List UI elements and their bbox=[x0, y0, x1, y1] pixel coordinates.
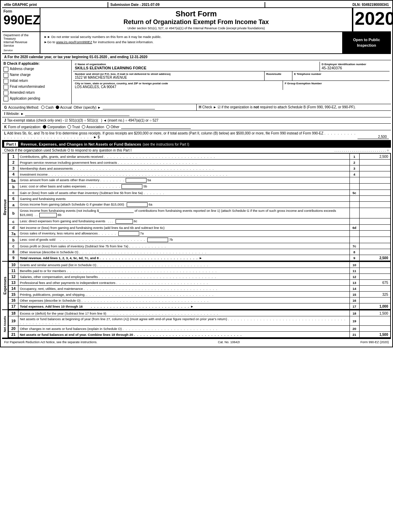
ein-cell: D Employer identification number 45-3240… bbox=[320, 62, 390, 71]
line-ref bbox=[349, 208, 359, 218]
cb-initial: Initial return bbox=[3, 79, 70, 84]
table-row: 3 Membership dues and assessments . . . … bbox=[9, 165, 391, 171]
corp-radio[interactable] bbox=[43, 125, 46, 129]
dln-number: DLN: 93492190000341 bbox=[265, 2, 391, 7]
line-value: 1,000 bbox=[359, 303, 391, 309]
final-checkbox[interactable] bbox=[3, 85, 8, 90]
amended-checkbox[interactable] bbox=[3, 91, 8, 95]
line-num: d bbox=[9, 225, 18, 231]
line-num: 20 bbox=[9, 326, 18, 332]
table-row: 7a Gross sales of inventory, less return… bbox=[9, 231, 391, 237]
line-desc: Less: cost of goods sold . . . . . . . .… bbox=[18, 237, 350, 243]
cb-address: Address charge bbox=[3, 67, 70, 72]
line-num: 16 bbox=[9, 298, 18, 303]
line-desc: Professional fees and other payments to … bbox=[18, 280, 350, 286]
page-container: efile GRAPHIC print Submission Date - 20… bbox=[0, 0, 393, 347]
service-label: Service bbox=[3, 49, 38, 52]
address-checkbox[interactable] bbox=[3, 67, 8, 72]
open-public-text: Open to Public Inspection bbox=[344, 37, 389, 48]
line-desc: Less: cost or other basis and sales expe… bbox=[18, 184, 350, 190]
k-text: Form of organization: bbox=[8, 125, 43, 129]
f-label: F Group Exemption Number bbox=[285, 82, 388, 85]
line-ref: 9 bbox=[349, 255, 359, 261]
line-value bbox=[359, 268, 391, 274]
l-value: 2,500 bbox=[357, 135, 389, 139]
other-org-field[interactable] bbox=[121, 125, 191, 129]
line-value: 2,500 bbox=[359, 154, 391, 160]
cb-amended: Amended return bbox=[3, 91, 70, 95]
line-value: 675 bbox=[359, 280, 391, 286]
room-cell: Room/suite bbox=[265, 71, 292, 80]
line-ref bbox=[349, 196, 359, 202]
name-checkbox[interactable] bbox=[3, 73, 8, 78]
table-row: 12 Salaries, other compensation, and emp… bbox=[9, 274, 391, 280]
line-desc: Excess or (deficit) for the year (Subtra… bbox=[18, 310, 350, 316]
cb-name: Name charge bbox=[3, 73, 70, 78]
l-text: Add lines 5b, 6c, and 7b to line 9 to de… bbox=[7, 131, 323, 135]
accrual-radio[interactable] bbox=[56, 106, 59, 109]
city-cell: City or town, state or province, country… bbox=[73, 81, 283, 90]
line-ref: 2 bbox=[349, 160, 359, 165]
table-row: c Gain or (loss) from sale of assets oth… bbox=[9, 190, 391, 196]
part1-check-text: Check if the organization used Schedule … bbox=[4, 148, 132, 152]
table-row: 13 Professional fees and other payments … bbox=[9, 280, 391, 286]
go-to-text: Go to www.irs.gov/Form990EZ for instruct… bbox=[47, 40, 154, 44]
initial-checkbox[interactable] bbox=[3, 79, 8, 84]
title-section: Form 990EZ Short Form Return of Organiza… bbox=[2, 8, 391, 32]
dept-block: Department of the Treasury Internal Reve… bbox=[2, 32, 40, 53]
section-a: A For the 2020 calendar year, or tax yea… bbox=[2, 54, 391, 60]
line-desc: Investment income . . . . . . . . . . . … bbox=[18, 171, 350, 177]
table-row: 16 Other expenses (describe in Schedule … bbox=[9, 298, 391, 303]
footer: For Paperwork Reduction Act Notice, see … bbox=[2, 338, 391, 345]
section-k: K Form of organization: Corporation Trus… bbox=[2, 124, 391, 130]
line-ref bbox=[349, 202, 359, 208]
line-value bbox=[359, 243, 391, 249]
org-name-cell: C Name of organization SKILLS ELEVATION … bbox=[73, 62, 320, 71]
line-desc: Grants and similar amounts paid (list in… bbox=[18, 262, 350, 268]
line-ref: 20 bbox=[349, 326, 359, 332]
section-b-outer: B Check if applicable: Address charge Na… bbox=[2, 60, 391, 104]
line-desc: Salaries, other compensation, and employ… bbox=[18, 274, 350, 280]
net-assets-side-label: Net Assets bbox=[3, 316, 7, 332]
line-value bbox=[359, 249, 391, 255]
name-label: Name charge bbox=[10, 73, 31, 77]
expenses-table: 10 Grants and similar amounts paid (list… bbox=[8, 262, 391, 309]
line-ref: 21 bbox=[349, 332, 359, 338]
irs-link[interactable]: www.irs.gov/Form990EZ bbox=[56, 40, 92, 44]
part1-see-instructions: (see the instructions for Part I) bbox=[143, 142, 189, 146]
pending-checkbox[interactable] bbox=[3, 97, 8, 101]
line-num: 7a bbox=[9, 231, 18, 237]
line-num: b bbox=[9, 208, 18, 218]
g-label: G bbox=[4, 106, 7, 109]
website-field[interactable] bbox=[25, 112, 129, 116]
assoc-radio[interactable] bbox=[82, 125, 85, 129]
line-desc: Other expenses (describe in Schedule O) … bbox=[18, 298, 350, 303]
line-value bbox=[359, 184, 391, 190]
line-num: 2 bbox=[9, 160, 18, 165]
open-public-block: Open to Public Inspection bbox=[342, 32, 391, 53]
line-ref: 17 bbox=[349, 303, 359, 309]
line-ref: 5c bbox=[349, 190, 359, 196]
other-specify-field[interactable] bbox=[103, 105, 155, 109]
table-row: 6 Gaming and fundraising events bbox=[9, 196, 391, 202]
g-text: Accounting Method: bbox=[8, 106, 41, 109]
table-row: 11 Benefits paid to or for members . . .… bbox=[9, 268, 391, 274]
trust-radio[interactable] bbox=[68, 125, 71, 129]
line-desc: Gross income from gaming (attach Schedul… bbox=[18, 202, 350, 208]
line-num: 11 bbox=[9, 268, 18, 274]
line-num: 1 bbox=[9, 154, 18, 160]
do-not-enter-text: ► Do not enter social security numbers o… bbox=[47, 35, 162, 39]
cash-radio[interactable] bbox=[41, 106, 45, 109]
line-ref: 7c bbox=[349, 243, 359, 249]
corp-label: Corporation bbox=[47, 125, 68, 129]
line-num: 4 bbox=[9, 171, 18, 177]
line-value: 1,500 bbox=[359, 332, 391, 338]
line-num: c bbox=[9, 218, 18, 225]
line-value bbox=[359, 160, 391, 165]
line-num: a bbox=[9, 202, 18, 208]
section-b-checkboxes: B Check if applicable: Address charge Na… bbox=[2, 60, 72, 104]
street-value: 1522 W MANCHESTER AVENUE bbox=[75, 76, 262, 79]
other-radio[interactable] bbox=[106, 125, 110, 129]
phone-cell: E Telephone number bbox=[292, 71, 390, 80]
line-desc: Total revenue. Add lines 1, 2, 3, 4, 5c,… bbox=[18, 255, 350, 261]
